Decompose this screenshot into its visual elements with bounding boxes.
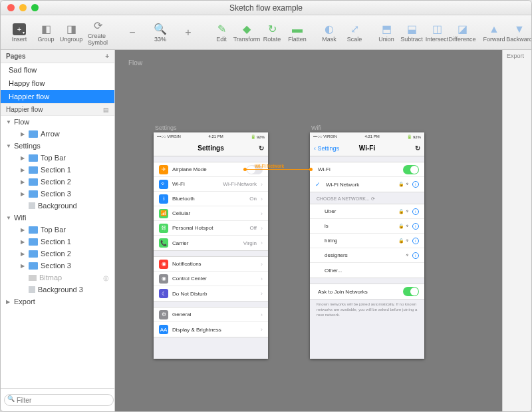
layer-list: ▼Flow ▶Arrow ▼Settings ▶Top Bar ▶Section…	[1, 116, 114, 388]
back-button: ‹ Settings	[314, 145, 339, 152]
page-item-happier-flow[interactable]: Happier flow	[1, 90, 114, 103]
inspector-header: Export	[503, 50, 531, 62]
sidebar-footer: ✂ / 4	[1, 388, 114, 411]
scale-button[interactable]: ⤢Scale	[342, 21, 366, 44]
transform-button[interactable]: ◆Transform	[235, 21, 259, 44]
zoom-out-button[interactable]: −	[119, 25, 146, 41]
layer-section3-2[interactable]: ▶Section 3	[1, 260, 114, 272]
artboard-label-wifi[interactable]: Wifi	[311, 124, 321, 131]
rotate-button[interactable]: ↻Rotate	[260, 21, 284, 44]
row-cellular: 📶Cellular›	[154, 206, 268, 221]
window-titlebar: Sketch flow example	[1, 1, 531, 15]
ask-toggle	[403, 287, 419, 296]
choose-header: CHOOSE A NETWORK... ⟳	[310, 192, 424, 204]
flow-connection[interactable]	[245, 169, 311, 170]
difference-button[interactable]: ◪Difference	[450, 21, 474, 44]
inspector-panel: Export	[502, 50, 531, 411]
ask-hint: Known networks will be joined automatica…	[310, 300, 424, 320]
status-bar: •••○○ VIRGIN 4:21 PM 🔋 92%	[154, 132, 268, 140]
mask-button[interactable]: ◐Mask	[317, 21, 341, 44]
row-ask: Ask to Join Networks	[310, 284, 424, 299]
navbar-wifi: ‹ Settings Wi-Fi ↻	[310, 140, 424, 156]
network-uber: Uber🔒 ᯤ i	[310, 204, 424, 219]
insert-button[interactable]: +Insert	[6, 21, 33, 44]
layer-section1-1[interactable]: ▶Section 1	[1, 164, 114, 176]
wifi-toggle	[403, 165, 419, 174]
row-connected: ✓Wi-Fi Network🔒 ᯤ i	[310, 177, 424, 192]
layers-sidebar: Pages + Sad flow Happy flow Happier flow…	[1, 50, 115, 411]
subtract-button[interactable]: ⬓Subtract	[400, 21, 424, 44]
row-wifi-toggle: Wi-Fi	[310, 162, 424, 177]
row-hotspot: ⛓Personal HotspotOff›	[154, 221, 268, 236]
page-item-happy-flow[interactable]: Happy flow	[1, 77, 114, 90]
layer-wifi[interactable]: ▼Wifi	[1, 212, 114, 224]
layer-section1-2[interactable]: ▶Section 1	[1, 236, 114, 248]
row-bluetooth: ᚼBluetoothOn›	[154, 192, 268, 206]
add-page-icon[interactable]: +	[105, 53, 109, 60]
canvas[interactable]: Flow Settings Wifi •••○○ VIRGIN 4:21 PM …	[115, 50, 502, 411]
network-designers: designersᯤ i	[310, 248, 424, 263]
intersect-button[interactable]: ◫Intersect	[425, 21, 449, 44]
artboard-wifi[interactable]: •••○○ VIRGIN 4:21 PM 🔋 92% ‹ Settings Wi…	[310, 132, 424, 359]
layer-topbar-1[interactable]: ▶Top Bar	[1, 152, 114, 164]
window-title: Sketch flow example	[1, 3, 531, 13]
ungroup-button[interactable]: ◨Ungroup	[59, 21, 83, 44]
artboard-settings[interactable]: •••○○ VIRGIN 4:21 PM 🔋 92% Settings ↻ ✈A…	[154, 132, 268, 359]
refresh-icon: ↻	[259, 144, 264, 152]
layer-flow[interactable]: ▼Flow	[1, 116, 114, 128]
flow-group-label: Flow	[128, 59, 142, 67]
pages-header: Pages +	[1, 50, 114, 63]
zoom-in-button[interactable]: +	[175, 25, 201, 41]
layer-section3-1[interactable]: ▶Section 3	[1, 188, 114, 200]
page-item-sad-flow[interactable]: Sad flow	[1, 63, 114, 77]
layer-arrow[interactable]: ▶Arrow	[1, 128, 114, 140]
layer-settings[interactable]: ▼Settings	[1, 140, 114, 152]
app-window: Sketch flow example +Insert ◧Group ◨Ungr…	[0, 0, 532, 412]
artboard-label-settings[interactable]: Settings	[155, 124, 177, 131]
artboard-list-icon[interactable]: ▤	[103, 106, 109, 113]
row-airplane: ✈Airplane Mode	[154, 162, 268, 177]
zoom-level[interactable]: 🔍33%	[147, 21, 174, 44]
network-hiring: hiring🔒 ᯤ i	[310, 234, 424, 248]
row-wifi: ᯤWi-FiWi-Fi-Network›	[154, 177, 268, 192]
layer-bitmap[interactable]: Bitmap◎	[1, 272, 114, 284]
union-button[interactable]: ⬒Union	[374, 21, 398, 44]
toolbar: +Insert ◧Group ◨Ungroup ⟳Create Symbol −…	[1, 15, 531, 50]
row-carrier: 📞CarrierVirgin›	[154, 236, 268, 250]
refresh-icon: ↻	[415, 144, 420, 152]
row-notifications: ◉Notifications›	[154, 257, 268, 272]
backward-button[interactable]: ▼Backward	[507, 21, 531, 44]
network-other: Other...	[310, 263, 424, 278]
edit-button[interactable]: ✎Edit	[209, 21, 233, 44]
filter-input[interactable]	[4, 394, 114, 406]
row-display: AADisplay & Brightness›	[154, 322, 268, 337]
layerlist-header: Happier flow ▤	[1, 103, 114, 116]
navbar-settings: Settings ↻	[154, 140, 268, 156]
layer-section2-1[interactable]: ▶Section 2	[1, 176, 114, 188]
layer-topbar-2[interactable]: ▶Top Bar	[1, 224, 114, 236]
layer-section2-2[interactable]: ▶Section 2	[1, 248, 114, 260]
row-dnd: ☾Do Not Disturb›	[154, 286, 268, 301]
main-area: Pages + Sad flow Happy flow Happier flow…	[1, 50, 531, 411]
network-is: is🔒 ᯤ i	[310, 219, 424, 234]
forward-button[interactable]: ▲Forward	[482, 21, 506, 44]
row-general: ⚙General›	[154, 308, 268, 322]
row-controlcenter: ◉Control Center›	[154, 272, 268, 286]
flow-connection-label: Wi-Fi Network	[255, 164, 284, 168]
visibility-off-icon[interactable]: ◎	[103, 274, 109, 282]
create-symbol-button[interactable]: ⟳Create Symbol	[84, 18, 111, 47]
layer-background[interactable]: Background	[1, 200, 114, 212]
status-bar-wifi: •••○○ VIRGIN 4:21 PM 🔋 92%	[310, 132, 424, 140]
layer-background3[interactable]: Background 3	[1, 284, 114, 296]
layer-export[interactable]: ▶Export	[1, 296, 114, 308]
flatten-button[interactable]: ▬Flatten	[285, 21, 309, 44]
group-button[interactable]: ◧Group	[34, 21, 58, 44]
